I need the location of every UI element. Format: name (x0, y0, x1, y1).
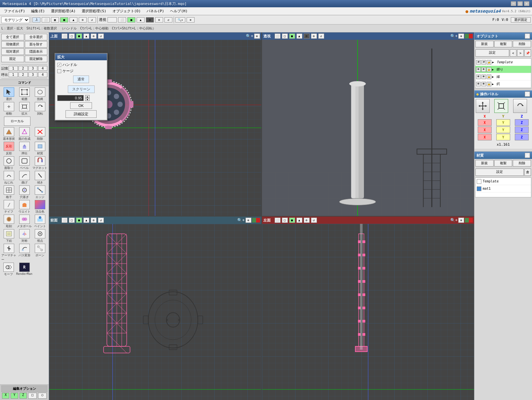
vp-tl-btn6[interactable]: ↺ (98, 33, 104, 39)
vp-bl-btn2[interactable]: □ (69, 218, 75, 223)
cmd-edge[interactable]: エッジ (32, 185, 47, 199)
mat-row-template[interactable]: Template (475, 178, 531, 185)
view-btn-4[interactable]: ■ (60, 17, 68, 23)
x-positive-btn[interactable]: X (478, 119, 492, 126)
ops-rotate-btn[interactable] (513, 99, 527, 113)
cmd-sculpt[interactable]: 彫刻 (1, 215, 16, 228)
vp-tr-btn1[interactable]: ⬜ (275, 33, 281, 39)
viewport-bottom-right[interactable]: 左面 ⬜ □ ■ ▲ ⚙ ↺ 🔍+ ⊕ (262, 217, 474, 400)
cmd-primitive[interactable]: 基本形状 (1, 127, 16, 141)
cmd-material-paint[interactable]: 材質 (32, 142, 47, 156)
vp-tl-zoom-btn[interactable]: ⊕ (254, 33, 260, 39)
ops-scale-btn[interactable] (494, 99, 508, 113)
mat-panel-close[interactable]: × (525, 153, 530, 158)
vp-bl-btn5[interactable]: ⚙ (91, 218, 97, 223)
vp-br-btn4[interactable]: ▲ (296, 218, 302, 223)
vp-bl-btn3[interactable]: ■ (76, 218, 82, 223)
obj-lock-fuchi[interactable]: 🔒 (487, 75, 491, 79)
obj-eye-template[interactable]: 👁 (476, 60, 481, 65)
cmd-renderman[interactable]: R RenderMan (16, 263, 32, 276)
unfix-btn[interactable]: 固定解除 (25, 56, 48, 62)
show-hidden-btn[interactable]: 隠面表示 (25, 48, 48, 55)
vp-tl-btn1[interactable]: ⬜ (62, 33, 67, 39)
cmd-move[interactable]: ✛ 移動 (1, 102, 16, 116)
record-in-2[interactable]: 2 (19, 66, 28, 71)
snap-btn[interactable]: □ (28, 393, 37, 399)
minimize-button[interactable]: ─ (511, 1, 516, 6)
mat-copy-btn[interactable]: 複製 (494, 160, 512, 167)
record-out-1[interactable]: 1 (9, 72, 18, 77)
popup-detail-btn[interactable]: 詳細設定 (66, 110, 97, 118)
view-btn-6[interactable]: ⚙ (79, 17, 87, 23)
cmd-select[interactable]: 選択 (1, 87, 16, 101)
mat-delete-btn[interactable]: 削除 (513, 160, 531, 167)
current-select-btn[interactable]: 現対選択 (1, 48, 24, 55)
obj-lock-tsubari[interactable]: 🔒 (487, 67, 491, 72)
object-settings-btn[interactable]: 設定 (475, 49, 509, 57)
menu-file[interactable]: ファイル(F) (1, 8, 28, 14)
vp-tr-btn4[interactable]: ▲ (296, 33, 302, 39)
menu-edit[interactable]: 編集(E) (28, 8, 48, 14)
object-delete-btn[interactable]: 削除 (513, 41, 531, 47)
mat-new-btn[interactable]: 新規 (475, 160, 494, 167)
view-btn-2[interactable]: ⬜ (42, 17, 50, 23)
exclude-face-btn[interactable]: 面を除す (25, 41, 48, 48)
object-row-template[interactable]: 👁 👁 🔒 ▶ Template (475, 59, 531, 66)
vp-tr-btn5[interactable]: ⊡ (304, 33, 310, 39)
viewport-top-right[interactable]: 透視 ⬜ □ ■ ▲ ⊡ ⚙ ↺ 🔍+ ⊕ (262, 32, 474, 216)
cmd-knife[interactable]: ナイフ (1, 200, 16, 214)
viewport-content-left[interactable] (262, 224, 474, 400)
spinner-up-btn[interactable]: ▲ (85, 95, 90, 98)
cmd-scale[interactable]: 拡大 (17, 102, 32, 116)
cmd-fill-hole[interactable]: 穴塞ぎ (17, 185, 32, 199)
cmd-viewpoint[interactable]: 視点 (32, 229, 47, 243)
cmd-armature[interactable]: アーマチャー (1, 244, 16, 262)
obj-eye-fuchi[interactable]: 👁 (476, 75, 481, 79)
cmd-weight[interactable]: ウエイト (17, 200, 32, 214)
vp-tl-btn5[interactable]: ⚙ (91, 33, 97, 39)
cmd-local[interactable]: ローカル (1, 117, 30, 126)
obj-eye2-tsuba[interactable]: 👁 (481, 82, 486, 86)
vp-br-btn3[interactable]: ■ (289, 218, 295, 223)
vp-br-btn5[interactable]: ⚙ (304, 218, 310, 223)
cmd-magnet[interactable]: マグネット (32, 156, 47, 170)
cmd-metaball[interactable]: メタボール (17, 215, 32, 228)
close-button[interactable]: ✕ (524, 1, 529, 6)
spinner-down-btn[interactable]: ▼ (85, 98, 90, 101)
menu-object[interactable]: オブジェクト(O) (110, 8, 144, 14)
menu-select-expand[interactable]: 選択部処理(A) (48, 8, 78, 14)
z-positive-btn[interactable]: Z (515, 119, 529, 126)
cmd-bend[interactable]: 曲げ (17, 171, 32, 185)
cmd-range[interactable]: 範囲 (17, 87, 32, 101)
object-row-fuchi[interactable]: 👁 👁 🔒 ▶ 縁 (475, 73, 531, 80)
cmd-underdrawing[interactable]: 下絵 (1, 229, 16, 243)
vp-bl-btn4[interactable]: ▲ (83, 218, 89, 223)
popup-value-input[interactable] (57, 95, 84, 101)
vp-bl-btn6[interactable]: ↺ (98, 218, 104, 223)
cmd-path-deform[interactable]: パス変形 (17, 244, 32, 262)
ops-move-btn[interactable] (476, 99, 490, 113)
visible-select-btn[interactable]: 現物選択 (1, 41, 24, 48)
popup-normal-btn[interactable]: 通常 (73, 75, 89, 83)
zoom-fit-btn[interactable]: ⊕ (187, 17, 195, 23)
cmd-bevel[interactable]: ベベル (17, 156, 32, 170)
popup-cage-checkbox[interactable] (57, 69, 61, 73)
x-negative-btn[interactable]: X (478, 126, 492, 133)
cmd-twist[interactable]: ねじれ (1, 171, 16, 185)
render-btn-5[interactable]: ⊡ (146, 17, 154, 23)
record-out-2[interactable]: 2 (19, 72, 28, 77)
cmd-bone[interactable]: ボーン (32, 244, 47, 262)
render-btn-6[interactable]: ⚙ (155, 17, 163, 23)
menu-panel[interactable]: パネル(P) (144, 8, 167, 14)
vp-bl-btn1[interactable]: ⬜ (62, 218, 67, 223)
record-in-1[interactable]: 1 (9, 66, 18, 71)
cmd-face-gen[interactable]: 面の生成 (17, 127, 32, 141)
view-btn-5[interactable]: ▲ (69, 17, 77, 23)
vp-tl-btn4[interactable]: ▲ (83, 33, 89, 39)
vp-tr-btn3[interactable]: ■ (289, 33, 295, 39)
cmd-rotate[interactable]: 回転 (32, 102, 47, 116)
obj-lock-tsuba[interactable]: 🔒 (487, 82, 491, 86)
cmd-symmetry[interactable]: 対称 (17, 229, 32, 243)
render-btn-2[interactable]: ⬜ (118, 17, 126, 23)
popup-ok-btn[interactable]: OK (70, 102, 92, 109)
